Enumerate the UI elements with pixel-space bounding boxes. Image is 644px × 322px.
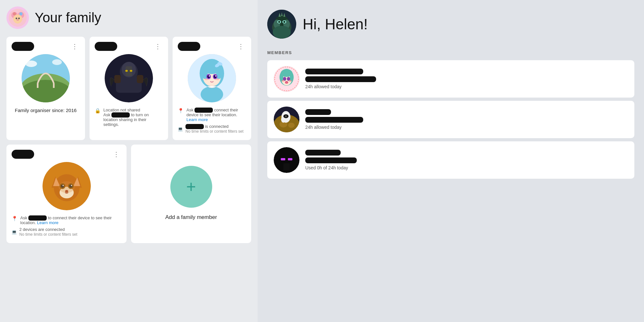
member-name-bar-1b xyxy=(305,76,376,82)
svg-point-37 xyxy=(215,75,216,77)
left-panel: Your family ⋮ xyxy=(0,0,258,322)
card-organiser-text: Family organiser since: 2016 xyxy=(12,108,80,113)
name-redact-2: ██ xyxy=(111,112,130,118)
svg-point-42 xyxy=(201,86,223,102)
member-info-3: Used 0h of 24h today xyxy=(305,150,628,170)
card-avatar-4 xyxy=(43,162,91,210)
card-avatar-3 xyxy=(188,54,236,102)
card-avatar-1 xyxy=(22,54,70,102)
family-card-2: ⋮ xyxy=(90,37,168,140)
location-icon-4: 📍 xyxy=(12,216,18,222)
page-header: Your family xyxy=(6,6,251,29)
member-card-3[interactable]: Used 0h of 24h today xyxy=(267,141,634,179)
card-menu-2[interactable]: ⋮ xyxy=(153,43,163,50)
device-row-4: 💻 2 devices are connected No time limits… xyxy=(12,227,121,237)
svg-point-39 xyxy=(215,78,219,80)
name-redact-3: ██ xyxy=(194,108,213,113)
card-menu-1[interactable]: ⋮ xyxy=(70,43,80,50)
right-panel: Hi, Helen! MEMBERS xyxy=(258,0,644,322)
device-row-3: 💻 ██ is connected No time limits or cont… xyxy=(178,124,246,134)
svg-point-88 xyxy=(288,123,295,128)
greeting-text: Hi, Helen! xyxy=(303,15,368,33)
member-status-1: 24h allowed today xyxy=(305,84,628,89)
card-avatar-2 xyxy=(105,54,153,102)
device-count-4: 2 devices are connected xyxy=(19,227,65,232)
learn-more-4[interactable]: Learn more xyxy=(37,220,58,225)
svg-point-5 xyxy=(19,12,23,15)
member-name-bar-3b xyxy=(305,157,357,163)
member-name-bar-1a xyxy=(305,69,363,74)
member-name-bar-3a xyxy=(305,150,341,156)
svg-point-3 xyxy=(13,14,22,24)
anime-avatar xyxy=(188,54,236,102)
add-label: Add a family member xyxy=(165,214,217,221)
member-card-1[interactable]: 24h allowed today xyxy=(267,60,634,98)
svg-point-36 xyxy=(209,75,210,77)
svg-point-8 xyxy=(16,19,19,21)
add-family-member-card[interactable]: + Add a family member xyxy=(131,145,251,243)
svg-point-38 xyxy=(204,78,208,80)
svg-rect-20 xyxy=(114,75,121,83)
svg-point-66 xyxy=(283,21,285,23)
svg-point-7 xyxy=(18,18,20,19)
svg-rect-21 xyxy=(137,75,143,83)
member-status-2: 24h allowed today xyxy=(305,125,628,130)
svg-rect-96 xyxy=(283,163,290,170)
member-info-1: 24h allowed today xyxy=(305,69,628,89)
name-pill-3 xyxy=(178,42,200,51)
member-avatar-2-icon xyxy=(274,107,299,132)
helen-avatar-icon xyxy=(267,10,296,39)
no-limits-3: No time limits or content filters set xyxy=(185,129,243,134)
svg-point-80 xyxy=(281,80,285,82)
location-icon-3: 📍 xyxy=(178,108,184,114)
family-card-3: ⋮ xyxy=(173,37,251,140)
svg-point-92 xyxy=(285,115,287,117)
svg-rect-94 xyxy=(281,158,285,160)
greeting-section: Hi, Helen! xyxy=(267,10,634,39)
svg-point-25 xyxy=(130,70,132,72)
member-avatar-3-icon xyxy=(274,147,299,173)
connect-text-3: Ask xyxy=(186,108,194,112)
location-not-shared: 🔒 Location not shared Ask ██ to turn on … xyxy=(95,108,163,127)
name-pill-2 xyxy=(95,42,117,51)
svg-point-4 xyxy=(13,12,16,15)
member-name-bar-2b xyxy=(305,117,363,123)
add-plus-icon: + xyxy=(186,178,196,195)
no-limits-4: No time limits or content filters set xyxy=(19,232,77,237)
svg-point-70 xyxy=(273,26,291,39)
member-status-3: Used 0h of 24h today xyxy=(305,165,628,170)
svg-point-57 xyxy=(59,181,75,193)
learn-more-3[interactable]: Learn more xyxy=(186,117,208,122)
svg-rect-95 xyxy=(288,158,292,160)
member-avatar-1 xyxy=(274,66,299,92)
member-avatar-3 xyxy=(274,147,299,173)
member-avatar-2 xyxy=(274,107,299,132)
page-title: Your family xyxy=(35,10,101,25)
member-card-2[interactable]: 24h allowed today xyxy=(267,101,634,138)
lock-icon: 🔒 xyxy=(95,108,101,114)
logo-icon xyxy=(8,8,27,27)
greeting-avatar xyxy=(267,10,296,39)
card-menu-4[interactable]: ⋮ xyxy=(111,150,121,158)
device-icon-4: 💻 xyxy=(12,230,17,234)
device-icon-3: 💻 xyxy=(178,127,183,131)
name-pill-4 xyxy=(12,150,34,159)
svg-point-16 xyxy=(52,59,62,65)
svg-point-15 xyxy=(25,61,37,67)
card-menu-3[interactable]: ⋮ xyxy=(236,43,246,50)
name-pill-1 xyxy=(12,42,34,51)
location-detail-text: Ask xyxy=(103,112,111,117)
svg-point-6 xyxy=(16,18,17,19)
warrior-avatar xyxy=(105,54,153,102)
svg-point-83 xyxy=(285,82,288,84)
name-redact-3b: ██ xyxy=(185,124,204,129)
page-logo xyxy=(6,6,29,29)
connect-device-detail-4: 📍 Ask ██ to connect their device to see … xyxy=(12,215,121,225)
svg-point-81 xyxy=(289,80,292,82)
add-circle: + xyxy=(170,166,212,208)
fox-avatar xyxy=(43,162,91,210)
members-label: MEMBERS xyxy=(267,50,634,55)
connect-device-detail-3: 📍 Ask ██ connect their device to see the… xyxy=(178,108,246,122)
family-card-1: ⋮ xyxy=(6,37,85,140)
svg-point-12 xyxy=(22,80,70,102)
